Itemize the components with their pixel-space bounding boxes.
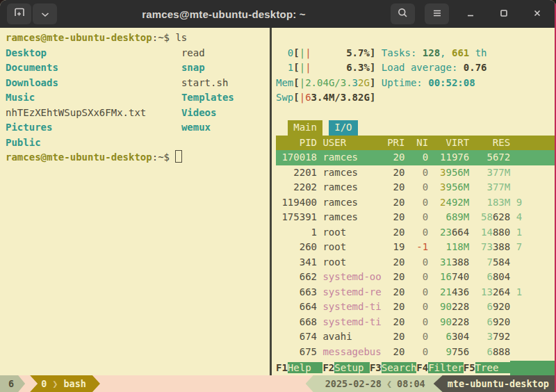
terminal-window: ramces@mte-ubuntu-desktop: ~ [0,0,556,392]
status-date: 2025-02-28 [325,378,382,389]
shell-prompt-2: ramces@mte-ubuntu-desktop:~$ [6,150,270,165]
ls-row: Desktop read [6,46,270,61]
status-right: 2025-02-28❮08:04 mte-ubuntu-desktop [306,375,556,392]
window-title: ramces@mte-ubuntu-desktop: ~ [57,8,391,20]
menu-button[interactable] [425,3,449,24]
process-table-header[interactable]: PID USER PRI NI VIRT RES [276,136,556,151]
ls-command: ls [175,32,187,43]
powerline-separator-icon: ❯ [52,378,58,389]
process-row[interactable]: 668 systemd-ti 20 0 90228 6920 [276,315,556,330]
hostname: mte-ubuntu-desktop [448,378,549,389]
htop-meter-line: 0[|| 5.7%] Tasks: 128, 661 th [276,46,556,61]
shell-pane[interactable]: ramces@mte-ubuntu-desktop:~$ ls Desktop … [0,28,270,375]
blank-line [276,106,556,121]
ls-row: Pictures wemux [6,120,270,136]
ls-row: Music Templates [6,90,270,106]
ls-row: Downloads start.sh [6,76,270,91]
session-name: 6 [8,378,14,389]
process-row[interactable]: 2202 ramces 20 0 3956M 377M [276,180,556,195]
process-row[interactable]: 170018 ramces 20 0 11976 5672 [276,150,556,165]
pane-divider [270,28,272,375]
process-row[interactable]: 662 systemd-oo 20 0 16740 6804 [276,270,556,285]
fkey-bar-fill [510,361,556,376]
htop-tab-bar: MainI/O [276,120,556,136]
tab-list-button[interactable] [33,3,57,24]
htop-meter-line: 1[|| 6.3%] Load average: 0.76 [276,60,556,76]
tmux-status-bar: 6 0❯bash 2025-02-28❮08:04 mte-ubuntu-des… [0,375,556,392]
process-row[interactable]: 119400 ramces 20 0 2492M 183M 9 [276,195,556,211]
close-button[interactable] [525,3,549,24]
minimize-button[interactable] [459,3,482,24]
ls-output: Desktop readDocuments snapDownloads star… [6,46,270,151]
process-row[interactable]: 260 root 19 -1 118M 73388 7 [276,240,556,255]
fkey-filter[interactable]: F4Filter [416,361,463,376]
fkey-tree[interactable]: F5Tree [464,361,510,376]
hostname-segment: mte-ubuntu-desktop [434,375,556,392]
blank-line [276,31,556,46]
tab-io[interactable]: I/O [329,120,358,136]
hamburger-icon [432,8,442,20]
fkey-search[interactable]: F3Search [370,361,416,376]
process-row[interactable]: 664 systemd-ti 20 0 90228 6920 [276,300,556,315]
process-row[interactable]: 341 root 20 0 31388 7584 [276,255,556,270]
process-row[interactable]: 2201 ramces 20 0 3956M 377M [276,165,556,181]
htop-meter-line: Swp[|63.4M/3.82G] [276,90,556,106]
htop-meter-line: Mem[|2.04G/3.32G] Uptime: 00:52:08 [276,76,556,91]
terminal-content: ramces@mte-ubuntu-desktop:~$ ls Desktop … [0,28,556,375]
process-row[interactable]: 175391 ramces 20 0 689M 58628 4 [276,210,556,225]
ls-row: nhTEzXEhtWSupSXx6FMx.txt Videos [6,106,270,121]
search-icon [398,8,408,21]
datetime-segment: 2025-02-28❮08:04 [306,375,434,392]
search-button[interactable] [391,3,415,24]
fkey-setup[interactable]: F2Setup [322,361,369,376]
status-time: 08:04 [397,378,425,389]
shell-prompt: ramces@mte-ubuntu-desktop:~$ ls [6,31,270,46]
process-row[interactable]: 1 root 20 0 23664 14880 1 [276,225,556,240]
close-icon [533,8,541,20]
htop-summary: 0[|| 5.7%] Tasks: 128, 661 th 1[|| 6.3%]… [276,46,556,106]
maximize-button[interactable] [492,3,516,24]
maximize-icon [500,8,508,20]
window-segment[interactable]: 0❯bash [30,375,100,392]
tab-main[interactable]: Main [288,120,323,136]
minimize-icon [466,8,475,20]
new-tab-button[interactable] [7,3,31,24]
fkey-help[interactable]: F1Help [276,361,322,376]
process-row[interactable]: 663 systemd-re 20 0 21436 13264 1 [276,285,556,300]
new-tab-icon [14,8,25,20]
ls-row: Documents snap [6,60,270,76]
chevron-down-icon [41,8,49,20]
session-segment[interactable]: 6 [0,375,25,392]
window-name: bash [63,378,86,389]
fkey-bar: F1Help F2Setup F3SearchF4FilterF5Tree [276,361,556,376]
process-row[interactable]: 675 messagebus 20 0 9756 6888 [276,345,556,360]
htop-pane[interactable]: 0[|| 5.7%] Tasks: 128, 661 th 1[|| 6.3%]… [276,28,556,375]
ls-row: Public [6,136,270,151]
process-row[interactable]: 674 avahi 20 0 6304 3792 [276,329,556,345]
window-index: 0 [41,378,47,389]
cursor [175,150,182,163]
powerline-separator-icon: ❮ [386,378,392,389]
process-rows: 170018 ramces 20 0 11976 5672 2201 ramce… [276,150,556,359]
titlebar: ramces@mte-ubuntu-desktop: ~ [0,0,556,28]
